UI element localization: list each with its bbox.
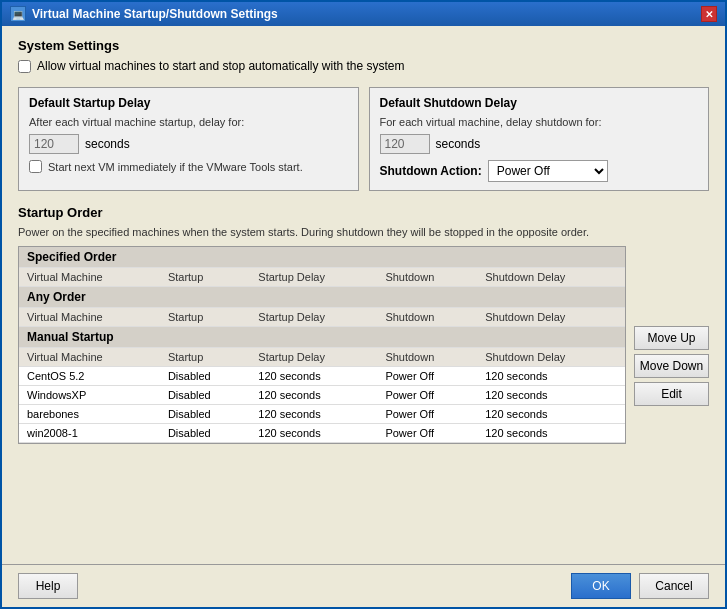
startup-delay-title: Default Startup Delay — [29, 96, 348, 110]
col-header-row-specified: Virtual Machine Startup Startup Delay Sh… — [19, 268, 625, 287]
col-vm-specified: Virtual Machine — [19, 268, 160, 287]
col-header-row-any: Virtual Machine Startup Startup Delay Sh… — [19, 308, 625, 327]
cell-vm-3: barebones — [19, 405, 160, 424]
footer-right: OK Cancel — [571, 573, 709, 599]
cell-shutdown-2: Power Off — [377, 386, 477, 405]
shutdown-delay-title: Default Shutdown Delay — [380, 96, 699, 110]
title-bar: 💻 Virtual Machine Startup/Shutdown Setti… — [2, 2, 725, 26]
cell-shutdown-delay-4: 120 seconds — [477, 424, 625, 443]
system-settings-section: System Settings Allow virtual machines t… — [18, 38, 709, 77]
system-settings-title: System Settings — [18, 38, 709, 53]
shutdown-delay-input-row: seconds — [380, 134, 699, 154]
shutdown-action-select[interactable]: Power Off Suspend Guest Shutdown — [488, 160, 608, 182]
shutdown-delay-panel: Default Shutdown Delay For each virtual … — [369, 87, 710, 191]
startup-delay-panel: Default Startup Delay After each virtual… — [18, 87, 359, 191]
allow-autostart-label: Allow virtual machines to start and stop… — [37, 59, 405, 73]
col-shutdown-any: Shutdown — [377, 308, 477, 327]
col-shutdown-delay-any: Shutdown Delay — [477, 308, 625, 327]
vmtools-label: Start next VM immediately if the VMware … — [48, 161, 303, 173]
col-vm-any: Virtual Machine — [19, 308, 160, 327]
shutdown-delay-input[interactable] — [380, 134, 430, 154]
table-row[interactable]: win2008-1 Disabled 120 seconds Power Off… — [19, 424, 625, 443]
footer-left: Help — [18, 573, 78, 599]
startup-delay-desc: After each virtual machine startup, dela… — [29, 116, 348, 128]
allow-autostart-checkbox[interactable] — [18, 60, 31, 73]
cell-startup-1: Disabled — [160, 367, 250, 386]
table-and-buttons: Specified Order Virtual Machine Startup … — [18, 246, 709, 444]
cell-startup-2: Disabled — [160, 386, 250, 405]
shutdown-delay-desc: For each virtual machine, delay shutdown… — [380, 116, 699, 128]
col-shutdown-manual: Shutdown — [377, 348, 477, 367]
help-button[interactable]: Help — [18, 573, 78, 599]
startup-table: Specified Order Virtual Machine Startup … — [19, 247, 625, 443]
cell-vm-2: WindowsXP — [19, 386, 160, 405]
shutdown-seconds-label: seconds — [436, 137, 481, 151]
startup-table-container: Specified Order Virtual Machine Startup … — [18, 246, 626, 444]
table-row[interactable]: CentOS 5.2 Disabled 120 seconds Power Of… — [19, 367, 625, 386]
group-header-specified: Specified Order — [19, 247, 625, 268]
shutdown-action-label: Shutdown Action: — [380, 164, 482, 178]
cell-shutdown-delay-2: 120 seconds — [477, 386, 625, 405]
edit-button[interactable]: Edit — [634, 382, 709, 406]
vmtools-checkbox[interactable] — [29, 160, 42, 173]
dialog-footer: Help OK Cancel — [2, 564, 725, 607]
startup-order-section: Startup Order Power on the specified mac… — [18, 205, 709, 444]
startup-delay-input-row: seconds — [29, 134, 348, 154]
move-up-button[interactable]: Move Up — [634, 326, 709, 350]
title-bar-left: 💻 Virtual Machine Startup/Shutdown Setti… — [10, 6, 278, 22]
startup-order-desc: Power on the specified machines when the… — [18, 226, 709, 238]
startup-order-title: Startup Order — [18, 205, 709, 220]
col-startup-delay-manual: Startup Delay — [250, 348, 377, 367]
allow-autostart-row: Allow virtual machines to start and stop… — [18, 59, 709, 73]
group-row-manual: Manual Startup — [19, 327, 625, 348]
table-row[interactable]: WindowsXP Disabled 120 seconds Power Off… — [19, 386, 625, 405]
cell-startup-delay-1: 120 seconds — [250, 367, 377, 386]
close-button[interactable]: ✕ — [701, 6, 717, 22]
ok-button[interactable]: OK — [571, 573, 631, 599]
cell-vm-4: win2008-1 — [19, 424, 160, 443]
col-startup-delay-specified: Startup Delay — [250, 268, 377, 287]
cancel-button[interactable]: Cancel — [639, 573, 709, 599]
cell-startup-4: Disabled — [160, 424, 250, 443]
cell-startup-delay-3: 120 seconds — [250, 405, 377, 424]
app-icon: 💻 — [10, 6, 26, 22]
vmtools-checkbox-row: Start next VM immediately if the VMware … — [29, 160, 348, 173]
dialog-window: 💻 Virtual Machine Startup/Shutdown Setti… — [0, 0, 727, 609]
group-header-manual: Manual Startup — [19, 327, 625, 348]
col-shutdown-specified: Shutdown — [377, 268, 477, 287]
cell-startup-delay-4: 120 seconds — [250, 424, 377, 443]
shutdown-action-row: Shutdown Action: Power Off Suspend Guest… — [380, 160, 699, 182]
startup-delay-input[interactable] — [29, 134, 79, 154]
cell-shutdown-delay-1: 120 seconds — [477, 367, 625, 386]
cell-shutdown-1: Power Off — [377, 367, 477, 386]
side-buttons: Move Up Move Down Edit — [634, 246, 709, 406]
cell-startup-delay-2: 120 seconds — [250, 386, 377, 405]
col-startup-manual: Startup — [160, 348, 250, 367]
table-row[interactable]: barebones Disabled 120 seconds Power Off… — [19, 405, 625, 424]
cell-shutdown-4: Power Off — [377, 424, 477, 443]
col-header-row-manual: Virtual Machine Startup Startup Delay Sh… — [19, 348, 625, 367]
move-down-button[interactable]: Move Down — [634, 354, 709, 378]
dialog-content: System Settings Allow virtual machines t… — [2, 26, 725, 564]
cell-shutdown-delay-3: 120 seconds — [477, 405, 625, 424]
dialog-title: Virtual Machine Startup/Shutdown Setting… — [32, 7, 278, 21]
group-row-specified: Specified Order — [19, 247, 625, 268]
group-row-any: Any Order — [19, 287, 625, 308]
col-shutdown-delay-specified: Shutdown Delay — [477, 268, 625, 287]
delay-panels: Default Startup Delay After each virtual… — [18, 87, 709, 191]
group-header-any: Any Order — [19, 287, 625, 308]
cell-startup-3: Disabled — [160, 405, 250, 424]
col-startup-delay-any: Startup Delay — [250, 308, 377, 327]
col-shutdown-delay-manual: Shutdown Delay — [477, 348, 625, 367]
cell-vm-1: CentOS 5.2 — [19, 367, 160, 386]
col-startup-specified: Startup — [160, 268, 250, 287]
startup-seconds-label: seconds — [85, 137, 130, 151]
cell-shutdown-3: Power Off — [377, 405, 477, 424]
col-startup-any: Startup — [160, 308, 250, 327]
col-vm-manual: Virtual Machine — [19, 348, 160, 367]
